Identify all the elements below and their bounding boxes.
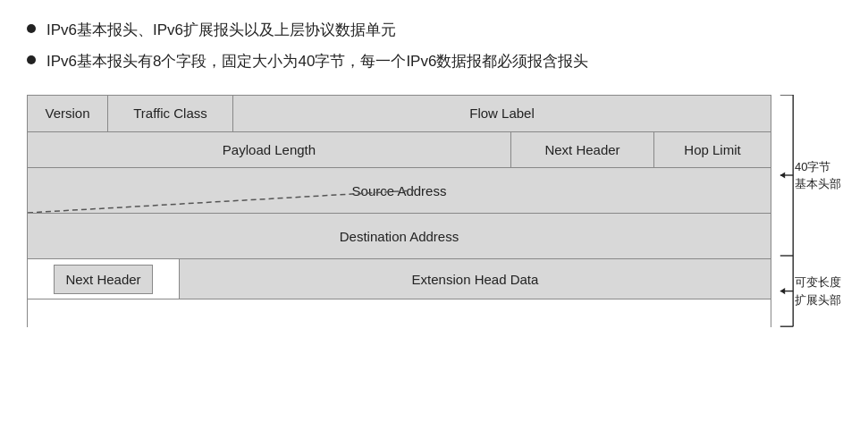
annotation-top-text: 40字节 基本头部 [795,95,841,256]
cell-source-address: Source Address [28,168,771,213]
bullet-text-1: IPv6基本报头、IPv6扩展报头以及上层协议数据单元 [46,18,396,42]
right-annotations: 40字节 基本头部 可变长度 扩展头部 [779,95,841,326]
bracket-top-svg [779,95,795,256]
cell-extension-head-data: Extension Head Data [180,259,771,299]
row-3: Source Address [28,168,771,214]
bracket-bottom-svg [779,256,795,326]
row-4: Destination Address [28,214,771,259]
bullet-item-1: IPv6基本报头、IPv6扩展报头以及上层协议数据单元 [27,18,841,42]
svg-marker-10 [780,288,785,294]
row-5-wrapper: Next Header Extension Head Data [28,259,771,299]
cell-flow-label: Flow Label [233,96,771,131]
annotation-bottom-text: 可变长度 扩展头部 [795,256,841,326]
cell-traffic-class: Traffic Class [108,96,233,131]
svg-marker-5 [780,173,785,179]
cell-next-header-ext-label: Next Header [28,259,180,299]
cell-next-header: Next Header [511,132,654,168]
ipv6-header-diagram: Version Traffic Class Flow Label Payload… [27,95,841,326]
bullet-list: IPv6基本报头、IPv6扩展报头以及上层协议数据单元 IPv6基本报头有8个字… [27,18,841,73]
row-5-top: Next Header Extension Head Data [28,259,771,299]
bullet-item-2: IPv6基本报头有8个字段，固定大小为40字节，每一个IPv6数据报都必须报含报… [27,49,841,73]
cell-version: Version [28,96,108,131]
row-2: Payload Length Next Header Hop Limit [28,132,771,169]
bullet-text-2: IPv6基本报头有8个字段，固定大小为40字节，每一个IPv6数据报都必须报含报… [46,49,588,73]
cell-payload-length: Payload Length [28,132,511,168]
row-1: Version Traffic Class Flow Label [28,96,771,132]
annotation-bottom: 可变长度 扩展头部 [779,256,841,326]
annotation-top: 40字节 基本头部 [779,95,841,256]
next-header-box: Next Header [54,265,152,294]
bullet-dot-2 [27,55,36,64]
bullet-dot [27,24,36,33]
cell-hop-limit: Hop Limit [654,132,771,168]
header-table: Version Traffic Class Flow Label Payload… [27,95,771,326]
cell-destination-address: Destination Address [28,214,771,258]
